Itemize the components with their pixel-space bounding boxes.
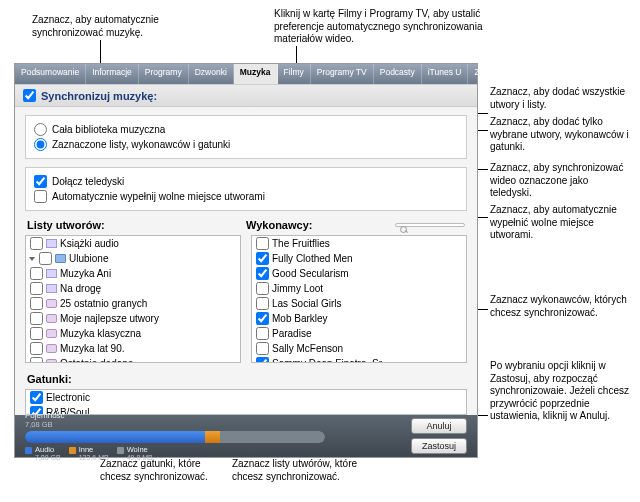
- disclosure-icon[interactable]: [29, 257, 35, 261]
- artist-item[interactable]: The Fruitflies: [252, 236, 466, 251]
- options-section: Dołącz teledyski Automatycznie wypełnij …: [25, 167, 467, 211]
- artist-item[interactable]: Las Social Girls: [252, 296, 466, 311]
- playlist-label: Muzyka lat 90.: [60, 343, 124, 354]
- legend-free: Wolne 49,8 MB: [117, 445, 153, 461]
- genre-item[interactable]: Electronic: [26, 390, 466, 405]
- capacity-bar: [25, 431, 325, 443]
- playlist-item[interactable]: Na drogę: [26, 281, 240, 296]
- artists-search-input[interactable]: [395, 223, 465, 227]
- playlist-checkbox[interactable]: [30, 342, 43, 355]
- playlist-checkbox[interactable]: [30, 327, 43, 340]
- tab-bar: PodsumowanieInformacjeProgramyDzwonkiMuz…: [15, 64, 477, 84]
- checkbox-include-videos[interactable]: [34, 175, 47, 188]
- tab-muzyka[interactable]: Muzyka: [234, 64, 278, 84]
- tab-informacje[interactable]: Informacje: [86, 64, 139, 84]
- artist-item[interactable]: Paradise: [252, 326, 466, 341]
- playlists-panel[interactable]: Książki audioUlubioneMuzyka AniNa drogę2…: [25, 235, 241, 363]
- apply-button[interactable]: Zastosuj: [411, 438, 467, 454]
- annotation-select-artists: Zaznacz wykonawców, których chcesz synch…: [490, 294, 630, 319]
- legend-other: Inne 123,6 MB: [69, 445, 109, 461]
- checkbox-include-videos-label: Dołącz teledyski: [52, 176, 124, 187]
- genre-label: Electronic: [46, 392, 90, 403]
- artist-checkbox[interactable]: [256, 342, 269, 355]
- radio-entire-library[interactable]: [34, 123, 47, 136]
- playlist-checkbox[interactable]: [30, 282, 43, 295]
- artist-label: Sally McFenson: [272, 343, 343, 354]
- playlist-item[interactable]: Ulubione: [26, 251, 240, 266]
- annotation-add-all: Zaznacz, aby dodać wszystkie utwory i li…: [490, 86, 630, 111]
- tab-podcasty[interactable]: Podcasty: [374, 64, 422, 84]
- artist-label: Las Social Girls: [272, 298, 341, 309]
- playlist-item[interactable]: Książki audio: [26, 236, 240, 251]
- playlist-checkbox[interactable]: [30, 237, 43, 250]
- playlist-item[interactable]: Ostatnio dodane: [26, 356, 240, 363]
- capacity-segment-audio: [25, 431, 205, 443]
- playlist-item[interactable]: Muzyka Ani: [26, 266, 240, 281]
- playlists-heading: Listy utworów:: [27, 219, 246, 231]
- artist-item[interactable]: Fully Clothed Men: [252, 251, 466, 266]
- smart-icon: [46, 299, 57, 308]
- artist-label: Jimmy Loot: [272, 283, 323, 294]
- playlist-item[interactable]: Muzyka klasyczna: [26, 326, 240, 341]
- playlist-checkbox[interactable]: [30, 357, 43, 363]
- itunes-device-panel: PodsumowanieInformacjeProgramyDzwonkiMuz…: [14, 63, 478, 458]
- artist-label: Paradise: [272, 328, 311, 339]
- annotation-select-genres: Zaznacz gatunki, które chcesz synchroniz…: [100, 458, 230, 483]
- playlist-label: Ulubione: [69, 253, 108, 264]
- capacity-label: Pojemność: [25, 411, 65, 420]
- artist-checkbox[interactable]: [256, 357, 269, 363]
- tab-zdjęcia[interactable]: Zdjęcia: [468, 64, 508, 84]
- artist-checkbox[interactable]: [256, 267, 269, 280]
- artist-item[interactable]: Sammy Dean Finatra, Sr.: [252, 356, 466, 363]
- tab-podsumowanie[interactable]: Podsumowanie: [15, 64, 86, 84]
- cancel-button[interactable]: Anuluj: [411, 418, 467, 434]
- artist-item[interactable]: Good Secularism: [252, 266, 466, 281]
- artist-label: The Fruitflies: [272, 238, 330, 249]
- annotation-apply-cancel: Po wybraniu opcji kliknij w Zastosuj, ab…: [490, 360, 635, 423]
- sync-music-checkbox[interactable]: [23, 89, 36, 102]
- playlist-label: Książki audio: [60, 238, 119, 249]
- capacity-legend: Audio 7,08 GBInne 123,6 MBWolne 49,8 MB: [25, 445, 401, 461]
- artist-checkbox[interactable]: [256, 327, 269, 340]
- artist-item[interactable]: Jimmy Loot: [252, 281, 466, 296]
- artist-checkbox[interactable]: [256, 297, 269, 310]
- artist-checkbox[interactable]: [256, 282, 269, 295]
- genre-checkbox[interactable]: [30, 391, 43, 404]
- playlist-item[interactable]: Moje najlepsze utwory: [26, 311, 240, 326]
- tab-itunes-u[interactable]: iTunes U: [422, 64, 469, 84]
- smart-icon: [46, 329, 57, 338]
- tab-programy[interactable]: Programy: [139, 64, 189, 84]
- playlist-item[interactable]: 25 ostatnio granych: [26, 296, 240, 311]
- artist-item[interactable]: Sally McFenson: [252, 341, 466, 356]
- artist-checkbox[interactable]: [256, 252, 269, 265]
- sync-music-heading: Synchronizuj muzykę:: [15, 84, 477, 107]
- annotation-sync-music: Zaznacz, aby automatycznie synchronizowa…: [32, 14, 212, 39]
- annotation-include-videos: Zaznacz, aby synchronizować wideo oznacz…: [490, 162, 630, 200]
- artist-label: Fully Clothed Men: [272, 253, 353, 264]
- genres-heading: Gatunki:: [15, 371, 477, 387]
- tab-filmy[interactable]: Filmy: [278, 64, 311, 84]
- radio-selected-items[interactable]: [34, 138, 47, 151]
- playlist-item[interactable]: Muzyka lat 90.: [26, 341, 240, 356]
- playlist-label: Ostatnio dodane: [60, 358, 133, 363]
- capacity-footer: Pojemność7,08 GB Audio 7,08 GBInne 123,6…: [15, 415, 477, 457]
- artist-item[interactable]: Mob Barkley: [252, 311, 466, 326]
- playlist-checkbox[interactable]: [39, 252, 52, 265]
- checkbox-autofill[interactable]: [34, 190, 47, 203]
- sync-music-label: Synchronizuj muzykę:: [41, 90, 157, 102]
- playlist-label: Muzyka klasyczna: [60, 328, 141, 339]
- playlist-label: Muzyka Ani: [60, 268, 111, 279]
- list-icon: [46, 239, 57, 248]
- playlist-checkbox[interactable]: [30, 267, 43, 280]
- tab-dzwonki[interactable]: Dzwonki: [189, 64, 234, 84]
- tab-programy-tv[interactable]: Programy TV: [311, 64, 374, 84]
- list-icon: [46, 284, 57, 293]
- annotation-select-playlists: Zaznacz listy utwórów, które chcesz sync…: [232, 458, 382, 483]
- playlist-label: Moje najlepsze utwory: [60, 313, 159, 324]
- playlist-checkbox[interactable]: [30, 297, 43, 310]
- artists-panel[interactable]: The FruitfliesFully Clothed MenGood Secu…: [251, 235, 467, 363]
- artist-checkbox[interactable]: [256, 237, 269, 250]
- artist-checkbox[interactable]: [256, 312, 269, 325]
- playlist-checkbox[interactable]: [30, 312, 43, 325]
- lists-header: Listy utworów: Wykonawcy:: [15, 219, 477, 231]
